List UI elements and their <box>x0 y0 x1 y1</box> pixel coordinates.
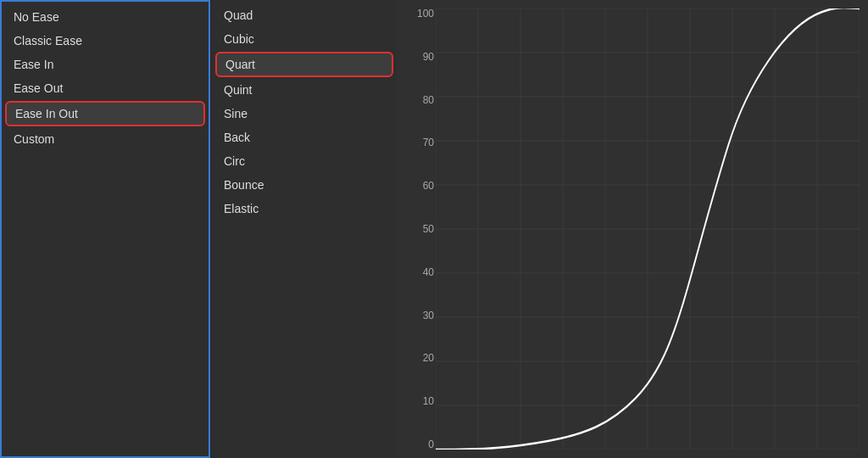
ease-curve-item[interactable]: Sine <box>212 102 397 126</box>
ease-curve-item[interactable]: Quart <box>215 52 393 77</box>
ease-type-item[interactable]: Ease In <box>2 53 209 76</box>
y-axis-label: 40 <box>423 267 434 277</box>
ease-curve-panel: QuadCubicQuartQuintSineBackCircBounceEla… <box>212 0 397 458</box>
chart-grid <box>436 8 860 450</box>
y-axis-label: 60 <box>423 181 434 191</box>
ease-type-item[interactable]: No Ease <box>2 5 209 29</box>
chart-panel: 1009080706050403020100 <box>397 0 868 458</box>
ease-curve-item[interactable]: Quad <box>212 3 397 27</box>
ease-type-item[interactable]: Custom <box>2 127 209 151</box>
ease-curve-item[interactable]: Quint <box>212 78 397 102</box>
y-axis-label: 80 <box>423 95 434 105</box>
ease-curve-item[interactable]: Cubic <box>212 27 397 51</box>
y-axis-label: 70 <box>423 137 434 148</box>
y-axis-label: 20 <box>423 353 434 363</box>
ease-type-item[interactable]: Ease In Out <box>5 101 205 126</box>
ease-type-panel: No EaseClassic EaseEase InEase OutEase I… <box>0 0 210 458</box>
y-axis-label: 0 <box>428 439 434 450</box>
ease-type-item[interactable]: Ease Out <box>2 76 209 100</box>
ease-curve-item[interactable]: Bounce <box>212 173 397 197</box>
y-axis-label: 30 <box>423 310 434 321</box>
ease-curve-item[interactable]: Circ <box>212 149 397 173</box>
ease-curve-item[interactable]: Elastic <box>212 197 397 221</box>
y-axis-labels: 1009080706050403020100 <box>400 8 434 450</box>
y-axis-label: 10 <box>423 396 434 406</box>
ease-curve-item[interactable]: Back <box>212 126 397 149</box>
ease-type-item[interactable]: Classic Ease <box>2 29 209 53</box>
y-axis-label: 50 <box>423 224 434 234</box>
y-axis-label: 90 <box>423 52 434 62</box>
y-axis-label: 100 <box>417 8 434 19</box>
